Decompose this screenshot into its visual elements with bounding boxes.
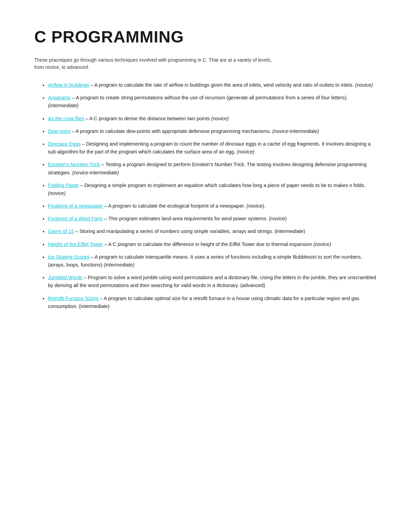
list-item: Anagrams – A program to create string pe… <box>48 94 377 110</box>
list-item-link[interactable]: Dew-point <box>48 128 70 134</box>
list-item-level: (novice) <box>237 149 254 154</box>
list-item-link[interactable]: Footprint of a newspaper <box>48 203 103 209</box>
page-title: C PROGRAMMING <box>34 27 377 46</box>
list-item: Dew-point – A program to calculate dew-p… <box>48 127 377 135</box>
list-item-level: (advanced) <box>240 283 265 288</box>
list-item-description: – Program to solve a word jumble using w… <box>48 275 376 288</box>
list-item-description: – A program to calculate the rate of air… <box>89 82 355 88</box>
list-item: As the crow flies – A C program to deriv… <box>48 115 377 123</box>
list-item-level: (intermediate) <box>275 228 305 234</box>
list-item-level: (novice-intermediate) <box>72 170 119 175</box>
list-item-link[interactable]: Game of 15 <box>48 228 74 234</box>
list-item-description: – This program estimates land-area requi… <box>103 216 269 221</box>
list-item-link[interactable]: Einstein's Number Trick <box>48 162 100 167</box>
list-item: Retrofit Furnace Sizing – A program to c… <box>48 295 377 310</box>
list-item-level: (novice). <box>247 203 266 209</box>
list-item-link[interactable]: Retrofit Furnace Sizing <box>48 296 98 301</box>
list-item: Ice Skating Scores – A program to calcul… <box>48 253 377 269</box>
list-item-level: (intermediate) <box>48 103 78 108</box>
list-item: Einstein's Number Trick – Testing a prog… <box>48 161 377 176</box>
list-item-level: (novice) <box>48 190 66 196</box>
list-item-description: – A program to calculate interquartile m… <box>48 254 362 268</box>
list-item-description: – A C program to derive the distance bet… <box>84 116 211 121</box>
list-item-description: – A program to create string permutation… <box>71 95 348 100</box>
list-item-description: – A program to calculate the ecological … <box>103 203 246 209</box>
list-item-link[interactable]: Jumbled Words <box>48 275 82 280</box>
list-item-level: (novice) <box>211 116 229 121</box>
list-item-level: (novice) <box>269 216 287 221</box>
list-item-description: – Storing and manipulating a series of n… <box>74 228 275 234</box>
list-item-level: (intermediate) <box>79 304 109 309</box>
list-item-link[interactable]: As the crow flies <box>48 116 84 121</box>
list-item-description: – Designing a simple program to implemen… <box>79 183 365 188</box>
list-item-level: (novice) <box>355 82 373 88</box>
list-item: Footprint of a Wind Farm – This program … <box>48 215 377 223</box>
list-item-link[interactable]: Folding Paper <box>48 183 79 188</box>
list-item-link[interactable]: Anagrams <box>48 95 71 100</box>
list-item: Height of the Eiffel Tower – A C program… <box>48 240 377 248</box>
list-item-level: (intermediate) <box>104 262 134 268</box>
intro-paragraph: These pracniques go through various tech… <box>34 57 274 71</box>
list-item-level: (novice) <box>313 242 331 247</box>
list-item-description: – A program to calculate dew-points with… <box>70 128 272 134</box>
list-item: Folding Paper – Designing a simple progr… <box>48 182 377 197</box>
list-item: Dinosaur Eggs – Designing and implementi… <box>48 140 377 156</box>
list-item-link[interactable]: Airflow in buildings <box>48 82 89 88</box>
list-item: Game of 15 – Storing and manipulating a … <box>48 227 377 235</box>
list-item-link[interactable]: Height of the Eiffel Tower <box>48 242 103 247</box>
list-item-level: (novice-intermediate) <box>272 128 319 134</box>
list-item-link[interactable]: Footprint of a Wind Farm <box>48 216 103 221</box>
list-item-link[interactable]: Ice Skating Scores <box>48 254 89 260</box>
list-item-description: – A C program to calculate the differenc… <box>103 242 313 247</box>
list-item: Footprint of a newspaper – A program to … <box>48 202 377 210</box>
list-item-description: – Designing and implementing a program t… <box>48 141 371 154</box>
list-item-link[interactable]: Dinosaur Eggs <box>48 141 80 147</box>
list-item: Airflow in buildings – A program to calc… <box>48 81 377 89</box>
items-list: Airflow in buildings – A program to calc… <box>34 81 377 310</box>
list-item: Jumbled Words – Program to solve a word … <box>48 274 377 289</box>
